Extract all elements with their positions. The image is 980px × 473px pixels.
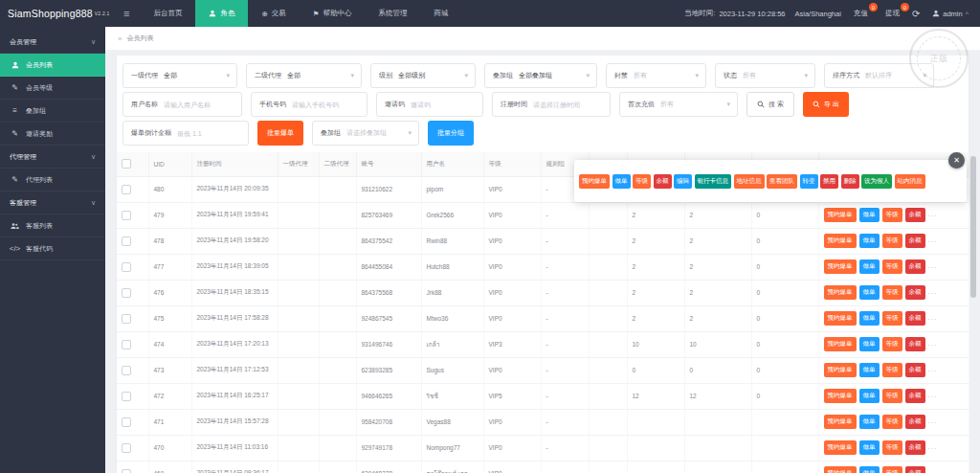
action-button[interactable]: 做单 [859, 415, 880, 429]
withdraw-button[interactable]: 提现0 [885, 9, 900, 18]
batch-burst-button[interactable]: 批量爆单 [257, 121, 303, 146]
more-actions[interactable]: ... [928, 391, 938, 399]
more-actions[interactable]: ... [928, 287, 938, 296]
action-button[interactable]: 预约爆单 [824, 466, 857, 473]
row-checkbox[interactable] [122, 443, 131, 453]
row-checkbox[interactable] [122, 417, 131, 427]
more-actions[interactable]: ... [928, 210, 938, 218]
action-button[interactable]: 银行卡信息 [695, 174, 732, 189]
more-actions[interactable]: ... [928, 236, 938, 244]
filter-select[interactable]: 一级代理全部▾ [122, 63, 237, 88]
action-button[interactable]: 等级 [882, 466, 902, 473]
sidebar-group[interactable]: 代理管理∨ [0, 146, 105, 169]
action-button[interactable]: 预约爆单 [824, 208, 857, 222]
action-button[interactable]: 等级 [882, 337, 902, 351]
more-actions[interactable]: ... [928, 261, 938, 270]
refresh-icon[interactable]: ⟳ [912, 9, 920, 19]
action-button[interactable]: 余额 [905, 389, 925, 403]
more-actions[interactable]: ... [928, 365, 938, 373]
nav-item-5[interactable]: 系统管理 [365, 0, 420, 27]
sidebar-item[interactable]: ≡叠加组 [0, 100, 105, 123]
filter-select[interactable]: 二级代理全部▾ [246, 63, 362, 88]
row-checkbox[interactable] [122, 236, 131, 246]
row-checkbox[interactable] [122, 314, 131, 324]
action-button[interactable]: 预约爆单 [824, 259, 857, 274]
close-icon[interactable]: ✕ [948, 152, 965, 169]
action-button[interactable]: 等级 [633, 174, 651, 189]
action-button[interactable]: 余额 [905, 234, 925, 248]
action-button[interactable]: 余额 [905, 208, 925, 222]
sidebar-item[interactable]: </>客服代码 [0, 237, 105, 260]
action-button[interactable]: 余额 [905, 466, 925, 473]
action-button[interactable]: 地址信息 [734, 174, 765, 189]
action-button[interactable]: 做单 [859, 440, 880, 455]
select-all-checkbox[interactable] [122, 159, 131, 169]
overlay-group-select[interactable]: 叠加组 请选择叠加组 ▾ [312, 121, 419, 146]
sidebar-group[interactable]: 客服管理∨ [0, 191, 105, 214]
action-button[interactable]: 禁用 [820, 174, 838, 189]
row-checkbox[interactable] [122, 340, 131, 349]
sidebar-item[interactable]: ✎代理列表 [0, 169, 105, 191]
action-button[interactable]: 预约爆单 [824, 389, 857, 403]
row-checkbox[interactable] [122, 469, 131, 473]
filter-input[interactable] [533, 101, 610, 108]
filter-input[interactable] [411, 101, 482, 108]
action-button[interactable]: 等级 [882, 415, 902, 429]
more-actions[interactable]: ... [928, 339, 938, 348]
search-button[interactable]: 搜 索 [746, 92, 794, 117]
action-button[interactable]: 余额 [905, 337, 925, 351]
action-button[interactable]: 做单 [859, 363, 880, 377]
filter-select[interactable]: 排序方式默认排序▾ [824, 63, 934, 88]
action-button[interactable]: 等级 [882, 285, 902, 300]
batch-group-button[interactable]: 批量分组 [428, 121, 474, 146]
sidebar-group[interactable]: 会员管理∨ [0, 31, 105, 54]
action-button[interactable]: 等级 [882, 389, 902, 403]
action-button[interactable]: 预约爆单 [824, 234, 857, 248]
sidebar-item[interactable]: ✎邀请奖励 [0, 123, 105, 146]
filter-select[interactable]: 叠加组全部叠加组▾ [484, 63, 597, 88]
action-button[interactable]: 做单 [859, 285, 880, 300]
action-button[interactable]: 做单 [859, 311, 880, 326]
nav-item-2[interactable]: 角色 [195, 0, 248, 27]
action-button[interactable]: 做单 [859, 259, 880, 274]
action-button[interactable]: 删除 [841, 174, 859, 189]
row-checkbox[interactable] [122, 392, 131, 401]
row-checkbox[interactable] [122, 185, 131, 194]
row-checkbox[interactable] [122, 366, 131, 375]
more-actions[interactable]: ... [928, 468, 938, 473]
vertical-scrollbar-thumb[interactable] [970, 156, 976, 298]
more-actions[interactable]: ... [928, 442, 938, 451]
burst-amount-input[interactable] [177, 130, 248, 137]
action-button[interactable]: 余额 [905, 285, 925, 300]
filter-input[interactable] [292, 101, 367, 108]
more-actions[interactable]: ... [928, 313, 938, 322]
action-button[interactable]: 等级 [882, 259, 902, 274]
action-button[interactable]: 做单 [859, 466, 880, 473]
action-button[interactable]: 预约爆单 [824, 285, 857, 300]
action-button[interactable]: 编辑 [674, 174, 692, 189]
filter-select[interactable]: 状态所有▾ [715, 63, 815, 88]
nav-item-6[interactable]: 商城 [420, 0, 461, 27]
action-button[interactable]: 做单 [859, 208, 880, 222]
action-button[interactable]: 余额 [905, 363, 925, 377]
action-button[interactable]: 等级 [882, 208, 902, 222]
export-button[interactable]: 导 出 [803, 92, 849, 117]
action-button[interactable]: 余额 [905, 415, 925, 429]
sidebar-item[interactable]: 客服列表 [0, 214, 105, 237]
action-button[interactable]: 等级 [882, 234, 902, 248]
nav-item-1[interactable]: 后台首页 [140, 0, 195, 27]
action-button[interactable]: 查看团队 [767, 174, 797, 189]
action-button[interactable]: 等级 [882, 311, 902, 326]
action-button[interactable]: 设为假人 [861, 174, 892, 189]
action-button[interactable]: 预约爆单 [824, 363, 857, 377]
hamburger-menu-icon[interactable]: ≡ [113, 0, 140, 27]
row-checkbox[interactable] [122, 211, 131, 220]
action-button[interactable]: 等级 [882, 440, 902, 455]
action-button[interactable]: 预约爆单 [824, 337, 857, 351]
recharge-button[interactable]: 充值0 [854, 9, 868, 18]
action-button[interactable]: 转变 [800, 174, 818, 189]
nav-item-3[interactable]: ⊕交易 [248, 0, 299, 27]
nav-item-4[interactable]: ⚑帮助中心 [300, 0, 366, 27]
sidebar-item[interactable]: ✎会员等级 [0, 77, 105, 100]
filter-select[interactable]: 级别全部级别▾ [370, 63, 476, 88]
